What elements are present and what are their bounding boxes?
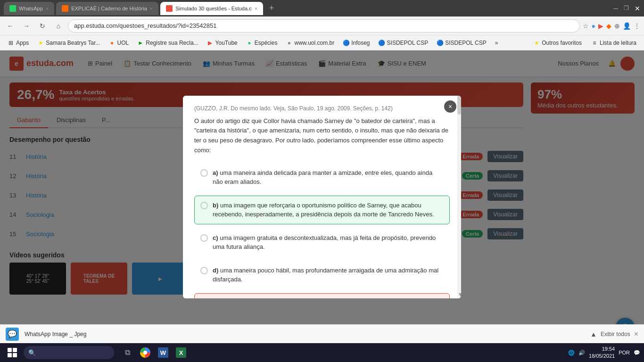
start-button[interactable] xyxy=(4,344,21,361)
bookmark-sisdepol2-label: SISDEPOL CSP xyxy=(445,40,487,46)
tab-explicae-label: EXPLICAÊ | Caderno de História xyxy=(71,6,147,11)
taskbar-apps: ⧉ W X xyxy=(119,344,190,361)
word-icon: W xyxy=(158,347,168,358)
address-icons: ☆ ● ▶ ◆ ⊕ 👤 ⋮ xyxy=(583,22,640,30)
bookmark-uol-label: UOL xyxy=(117,40,129,46)
taskbar: 🔍 ⧉ W X 🌐 🔊 19:54 18/05/2021 POR 💬 xyxy=(0,343,644,362)
extension-icon-3[interactable]: ◆ xyxy=(606,22,611,30)
infoseg-icon: 🔵 xyxy=(343,40,349,46)
option-b[interactable]: b) uma imagem que reforçaria o oportunis… xyxy=(194,196,450,224)
download-chevron-icon[interactable]: ▲ xyxy=(590,330,597,338)
bookmark-youtube[interactable]: ▶ YouTube xyxy=(203,38,241,48)
refresh-button[interactable]: ↻ xyxy=(36,19,49,33)
modal-citation: (GUZZO, J.R. Do mesmo lado. Veja, São Pa… xyxy=(194,105,450,112)
option-e[interactable]: e) uma imagem poética muito bem construí… xyxy=(194,293,450,298)
forward-button[interactable]: → xyxy=(20,19,33,33)
home-button[interactable]: ⌂ xyxy=(52,19,65,33)
new-tab-button[interactable]: + xyxy=(265,2,278,15)
bookmark-sisdepol1-label: SISDEPOL CSP xyxy=(387,40,429,46)
bookmark-uol[interactable]: ● UOL xyxy=(105,38,133,48)
taskbar-app-excel[interactable]: X xyxy=(173,344,190,361)
scroll-down-arrow[interactable]: ▼ xyxy=(457,291,461,298)
taskbar-app-task-view[interactable]: ⧉ xyxy=(119,344,136,361)
extension-icon-1[interactable]: ● xyxy=(592,22,595,30)
bookmark-apps[interactable]: ⊞ Apps xyxy=(4,38,33,48)
bookmark-infoseg[interactable]: 🔵 Infoseg xyxy=(339,38,373,48)
option-d[interactable]: d) uma maneira pouco hábil, mas profunda… xyxy=(194,261,450,289)
extensions-puzzle-icon[interactable]: ⊕ xyxy=(614,22,620,30)
registre-icon: ► xyxy=(137,40,144,46)
bookmark-outros-label: Outros favoritos xyxy=(542,40,582,46)
apps-icon: ⊞ xyxy=(8,40,14,46)
tab-whatsapp-close[interactable]: × xyxy=(46,6,49,11)
menu-icon[interactable]: ⋮ xyxy=(634,22,640,30)
volume-icon: 🔊 xyxy=(578,350,585,356)
option-a-radio[interactable] xyxy=(200,169,208,177)
bookmark-samara[interactable]: ★ Samara Beatrys Tar... xyxy=(33,38,104,48)
bookmark-outros[interactable]: ★ Outros favoritos xyxy=(529,38,586,48)
bookmark-registre[interactable]: ► Registre sua Recla... xyxy=(133,38,202,48)
option-d-radio[interactable] xyxy=(200,267,208,274)
outros-icon: ★ xyxy=(533,40,540,46)
minimize-button[interactable]: ─ xyxy=(613,5,618,12)
tab-explicae-close[interactable]: × xyxy=(150,6,153,11)
bookmark-star-icon[interactable]: ☆ xyxy=(583,22,589,30)
explicae-tab-icon xyxy=(62,5,68,12)
download-close-icon[interactable]: × xyxy=(634,330,638,338)
tab-simulado-close[interactable]: × xyxy=(255,6,257,11)
uol2-icon: ● xyxy=(286,40,292,46)
taskbar-clock: 19:54 18/05/2021 xyxy=(589,346,615,360)
whatsapp-dl-icon: 💬 xyxy=(8,329,17,338)
option-c[interactable]: c) uma imagem gratuita e descontextualiz… xyxy=(194,228,450,257)
maximize-button[interactable]: ❐ xyxy=(624,5,629,12)
exibir-todos-button[interactable]: Exibir todos xyxy=(601,331,630,337)
tab-explicae[interactable]: EXPLICAÊ | Caderno de História × xyxy=(56,2,158,15)
extension-icon-2[interactable]: ▶ xyxy=(598,22,603,30)
taskbar-date-display: 18/05/2021 xyxy=(589,353,615,360)
tab-simulado[interactable]: Simulado 30 questões - Estuda.c × xyxy=(160,2,263,15)
address-bar-row: ← → ↻ ⌂ ☆ ● ▶ ◆ ⊕ 👤 ⋮ xyxy=(0,16,644,35)
taskbar-app-chrome[interactable] xyxy=(137,344,154,361)
modal-close-button[interactable]: × xyxy=(444,100,456,113)
option-b-text: b) uma imagem que reforçaria o oportunis… xyxy=(213,201,444,219)
taskbar-app-word[interactable]: W xyxy=(155,344,172,361)
download-bar: 💬 WhatsApp Image _ Jpeg ▲ Exibir todos × xyxy=(0,324,644,343)
whatsapp-tab-icon xyxy=(9,5,16,12)
download-file-icon: 💬 xyxy=(6,328,19,341)
taskbar-search-input[interactable] xyxy=(39,349,109,356)
bookmark-lista[interactable]: ≡ Lista de leitura xyxy=(587,38,640,48)
download-filename: WhatsApp Image _ Jpeg xyxy=(25,331,86,337)
taskbar-time-display: 19:54 xyxy=(589,346,615,353)
close-window-button[interactable]: ✕ xyxy=(635,5,640,12)
download-actions: ▲ Exibir todos × xyxy=(590,330,638,338)
back-button[interactable]: ← xyxy=(4,19,17,33)
bookmark-samara-label: Samara Beatrys Tar... xyxy=(46,40,100,46)
taskbar-search[interactable]: 🔍 xyxy=(24,346,114,359)
excel-icon: X xyxy=(176,347,186,358)
bookmark-especies-label: Espécies xyxy=(255,40,278,46)
bookmark-lista-label: Lista de leitura xyxy=(600,40,636,46)
modal-scroll-content[interactable]: (GUZZO, J.R. Do mesmo lado. Veja, São Pa… xyxy=(183,96,461,298)
simulado-tab-icon xyxy=(166,5,173,12)
bookmark-sisdepol1[interactable]: 🔵 SISDEPOL CSP xyxy=(375,38,432,48)
option-d-text: d) uma maneira pouco hábil, mas profunda… xyxy=(213,266,444,284)
option-c-radio[interactable] xyxy=(200,234,208,242)
bookmark-youtube-label: YouTube xyxy=(215,40,238,46)
samara-icon: ★ xyxy=(37,40,44,46)
bookmarks-bar: ⊞ Apps ★ Samara Beatrys Tar... ● UOL ► R… xyxy=(0,35,644,50)
notifications-icon[interactable]: 💬 xyxy=(634,350,640,356)
tab-whatsapp[interactable]: WhatsApp × xyxy=(4,2,54,15)
profile-icon[interactable]: 👤 xyxy=(623,22,631,30)
bookmark-especies[interactable]: ● Espécies xyxy=(242,38,281,48)
more-bookmarks-label: » xyxy=(495,40,498,46)
option-a[interactable]: a) uma maneira ainda delicada para mante… xyxy=(194,163,450,192)
option-b-radio[interactable] xyxy=(200,202,208,209)
bookmark-sisdepol2[interactable]: 🔵 SISDEPOL CSP xyxy=(433,38,490,48)
option-c-text: c) uma imagem gratuita e descontextualiz… xyxy=(213,233,444,252)
network-icon: 🌐 xyxy=(568,350,575,356)
bookmark-more[interactable]: » xyxy=(491,38,502,48)
address-input[interactable] xyxy=(68,19,580,33)
bookmark-uol2[interactable]: ● www.uol.com.br xyxy=(282,38,338,48)
modal-scrollbar-thumb[interactable] xyxy=(457,96,461,115)
especies-icon: ● xyxy=(246,40,253,46)
